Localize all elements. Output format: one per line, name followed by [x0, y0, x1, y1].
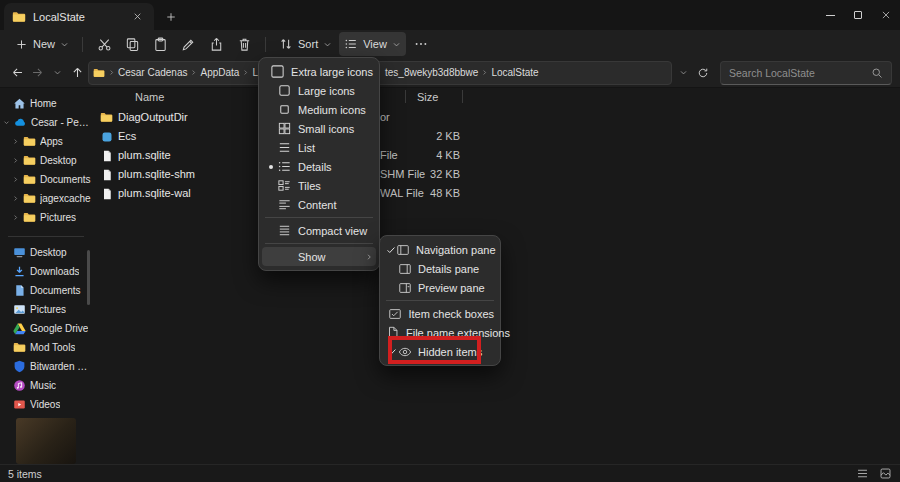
new-tab-button[interactable]: [162, 8, 180, 26]
chevron-right-icon[interactable]: [12, 195, 19, 202]
menu-item-small-icons[interactable]: Small icons: [262, 119, 376, 138]
toolbar-divider: [82, 37, 83, 52]
view-button-label: View: [363, 38, 387, 50]
menu-item-details[interactable]: Details: [262, 157, 376, 176]
cut-button[interactable]: [91, 32, 117, 56]
file-row[interactable]: DiagOutputDir or: [92, 108, 900, 127]
file-name: plum.sqlite-wal: [118, 187, 191, 199]
recent-locations-button[interactable]: [48, 62, 66, 84]
chevron-down-icon[interactable]: [3, 119, 10, 126]
sidebar-item-apps[interactable]: Apps: [0, 132, 92, 151]
folder-icon: [23, 173, 36, 186]
address-dropdown-button[interactable]: [674, 62, 692, 84]
large-icons-view-toggle[interactable]: [879, 467, 892, 480]
menu-item-details-pane[interactable]: Details pane: [383, 259, 497, 278]
copy-icon: [125, 37, 140, 52]
share-button[interactable]: [203, 32, 229, 56]
chevron-right-icon[interactable]: [12, 214, 19, 221]
file-row[interactable]: plum.sqlite-wal WAL File 48 KB: [92, 184, 900, 203]
copy-button[interactable]: [119, 32, 145, 56]
menu-item-compact-view[interactable]: Compact view: [262, 221, 376, 240]
file-row[interactable]: Ecs 2 KB: [92, 127, 900, 146]
sidebar-item-home[interactable]: Home: [0, 94, 92, 113]
view-button[interactable]: View: [339, 32, 406, 56]
sidebar-item-onedrive[interactable]: Cesar - Personal: [0, 113, 92, 132]
more-options-button[interactable]: [408, 32, 434, 56]
menu-item-list[interactable]: List: [262, 138, 376, 157]
menu-item-medium-icons[interactable]: Medium icons: [262, 100, 376, 119]
sidebar-item-label: Documents: [30, 285, 81, 296]
menu-item-large-icons[interactable]: Large icons: [262, 81, 376, 100]
breadcrumb-segment[interactable]: AppData: [198, 67, 241, 78]
tiles-icon: [277, 178, 292, 193]
share-icon: [209, 37, 224, 52]
menu-item-extra-large-icons[interactable]: Extra large icons: [262, 62, 376, 81]
menu-item-item-check-boxes[interactable]: Item check boxes: [383, 304, 497, 323]
maximize-button[interactable]: [844, 0, 872, 30]
sidebar-item-label: Desktop: [40, 155, 77, 166]
folder-icon: [100, 111, 113, 124]
column-header-name[interactable]: Name: [135, 91, 164, 103]
sidebar-item-pictures[interactable]: Pictures: [0, 300, 92, 319]
column-divider[interactable]: [462, 90, 463, 103]
file-row[interactable]: plum.sqlite-shm SHM File 32 KB: [92, 165, 900, 184]
sidebar-item-bitwarden[interactable]: Bitwarden ex…: [0, 357, 92, 376]
menu-item-hidden-items[interactable]: Hidden items: [383, 342, 497, 361]
new-button-label: New: [33, 38, 55, 50]
chevron-right-icon[interactable]: [12, 138, 19, 145]
minimize-button[interactable]: [816, 0, 844, 30]
sidebar-item-downloads[interactable]: Downloads: [0, 262, 92, 281]
rename-button[interactable]: [175, 32, 201, 56]
menu-item-show[interactable]: Show: [262, 247, 376, 266]
delete-button[interactable]: [231, 32, 257, 56]
breadcrumb-segment[interactable]: tes_8wekyb3d8bbwe: [383, 67, 480, 78]
close-button[interactable]: [872, 0, 900, 30]
breadcrumb-segment[interactable]: Cesar Cadenas: [116, 67, 189, 78]
paste-button[interactable]: [147, 32, 173, 56]
sidebar-item-documents-onedrive[interactable]: Documents: [0, 170, 92, 189]
breadcrumb-segment[interactable]: LocalState: [489, 67, 540, 78]
folder-icon: [93, 67, 105, 79]
menu-item-label: Item check boxes: [408, 308, 494, 320]
menu-item-content[interactable]: Content: [262, 195, 376, 214]
menu-item-navigation-pane[interactable]: Navigation pane: [383, 240, 497, 259]
sidebar-item-videos[interactable]: Videos: [0, 395, 92, 414]
tab-close-icon[interactable]: [128, 8, 146, 26]
scrollbar-thumb[interactable]: [87, 250, 90, 305]
chevron-right-icon[interactable]: [12, 157, 19, 164]
search-input[interactable]: [729, 67, 865, 79]
trash-icon: [237, 37, 252, 52]
explorer-tab[interactable]: LocalState: [4, 3, 154, 30]
details-view-toggle[interactable]: [856, 467, 869, 480]
new-button[interactable]: New: [10, 32, 74, 56]
up-button[interactable]: [68, 62, 86, 84]
menu-item-file-name-extensions[interactable]: File name extensions: [383, 323, 497, 342]
scissors-icon: [97, 37, 112, 52]
sidebar-item-google-drive[interactable]: Google Drive: [0, 319, 92, 338]
sidebar-item-jagexcache[interactable]: jagexcache: [0, 189, 92, 208]
forward-button[interactable]: [28, 62, 46, 84]
sort-button[interactable]: Sort: [274, 32, 337, 56]
menu-item-tiles[interactable]: Tiles: [262, 176, 376, 195]
column-divider[interactable]: [405, 90, 406, 103]
sidebar-item-pictures-onedrive[interactable]: Pictures: [0, 208, 92, 227]
menu-item-preview-pane[interactable]: Preview pane: [383, 278, 497, 297]
sidebar-item-desktop-onedrive[interactable]: Desktop: [0, 151, 92, 170]
breadcrumb[interactable]: Cesar Cadenas AppData Local Packa tes_8w…: [88, 61, 672, 85]
chevron-right-icon: [242, 69, 249, 76]
sidebar-item-mod-tools[interactable]: Mod Tools: [0, 338, 92, 357]
sidebar-item-documents[interactable]: Documents: [0, 281, 92, 300]
sidebar-scrollbar[interactable]: [87, 100, 91, 452]
file-row[interactable]: plum.sqlite File 4 KB: [92, 146, 900, 165]
sidebar-item-label: Pictures: [30, 304, 66, 315]
sidebar-item-music[interactable]: Music: [0, 376, 92, 395]
column-header-size[interactable]: Size: [417, 91, 438, 103]
chevron-down-icon: [323, 40, 332, 49]
chevron-right-icon[interactable]: [12, 176, 19, 183]
file-size: 32 KB: [392, 168, 460, 180]
back-button[interactable]: [8, 62, 26, 84]
sidebar-item-desktop[interactable]: Desktop: [0, 243, 92, 262]
refresh-button[interactable]: [694, 62, 712, 84]
sidebar-item-label: jagexcache: [40, 193, 91, 204]
navigation-pane-icon: [396, 242, 410, 257]
